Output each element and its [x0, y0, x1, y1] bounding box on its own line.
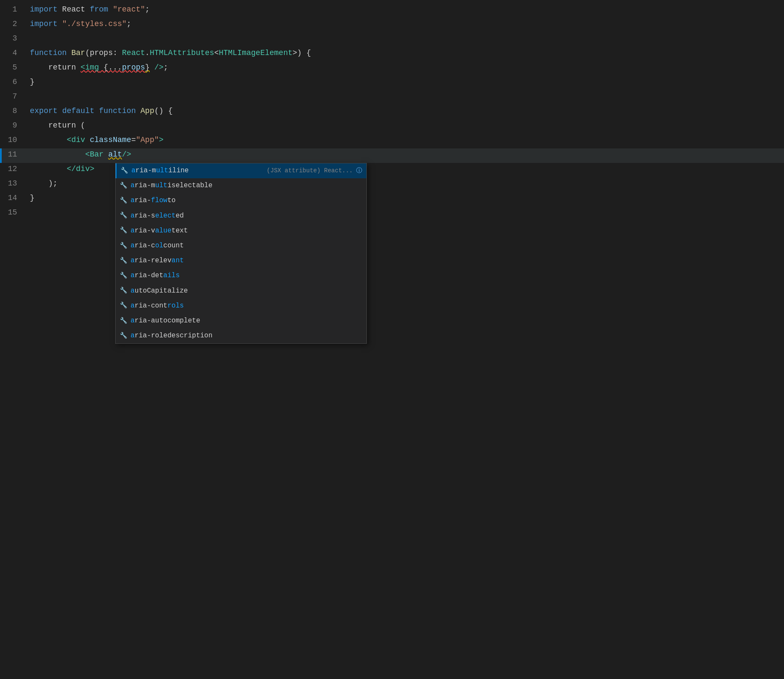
code-line-4: 4 function Bar(props: React.HTMLAttribut…: [0, 47, 784, 61]
autocomplete-dropdown[interactable]: 🔧 aria-multiline (JSX attribute) React..…: [115, 163, 367, 344]
code-line-6: 6 }: [0, 76, 784, 90]
autocomplete-item-aria-flowto[interactable]: 🔧 aria-flowto: [116, 193, 366, 208]
line-content-2: import "./styles.css";: [26, 18, 784, 30]
autocomplete-type-1: (JSX attribute) React...: [267, 166, 353, 176]
line-content-6: }: [26, 76, 784, 88]
line-content-11: <Bar alt/>: [26, 148, 784, 161]
wrench-icon-5: 🔧: [120, 226, 127, 236]
line-number-1: 1: [0, 3, 26, 16]
code-line-2: 2 import "./styles.css";: [0, 18, 784, 32]
code-line-8: 8 export default function App() {: [0, 105, 784, 119]
autocomplete-item-aria-valuetext[interactable]: 🔧 aria-valuetext: [116, 223, 366, 238]
autocomplete-label-2: aria-multiselectable: [131, 180, 362, 192]
autocomplete-label-7: aria-relevant: [131, 255, 362, 267]
autocomplete-item-aria-roledescription[interactable]: 🔧 aria-roledescription: [116, 328, 366, 343]
wrench-icon-2: 🔧: [120, 181, 127, 191]
autocomplete-label-1: aria-multiline: [131, 165, 263, 177]
line-number-13: 13: [0, 177, 26, 190]
line-number-4: 4: [0, 47, 26, 59]
autocomplete-label-9: autoCapitalize: [131, 285, 362, 297]
line-content-5: return <img {...props} />;: [26, 61, 784, 74]
line-number-5: 5: [0, 61, 26, 74]
active-line-indicator: [0, 148, 2, 163]
autocomplete-item-aria-controls[interactable]: 🔧 aria-controls: [116, 299, 366, 313]
autocomplete-label-4: aria-selected: [131, 210, 362, 222]
code-line-5: 5 return <img {...props} />;: [0, 61, 784, 76]
wrench-icon-12: 🔧: [120, 331, 127, 341]
line-number-14: 14: [0, 192, 26, 204]
code-line-11[interactable]: 11 <Bar alt/> 🔧 aria-multiline (JSX attr…: [0, 148, 784, 163]
line-number-10: 10: [0, 134, 26, 146]
line-content-1: import React from "react";: [26, 3, 784, 16]
autocomplete-item-aria-selected[interactable]: 🔧 aria-selected: [116, 209, 366, 223]
autocomplete-label-10: aria-controls: [131, 300, 362, 312]
wrench-icon-11: 🔧: [120, 316, 127, 326]
line-number-7: 7: [0, 90, 26, 103]
line-number-6: 6: [0, 76, 26, 88]
line-number-2: 2: [0, 18, 26, 30]
autocomplete-item-aria-details[interactable]: 🔧 aria-details: [116, 268, 366, 283]
line-content-8: export default function App() {: [26, 105, 784, 117]
line-number-3: 3: [0, 32, 26, 45]
line-number-11: 11: [0, 148, 26, 161]
autocomplete-item-autocapitalize[interactable]: 🔧 autoCapitalize: [116, 284, 366, 299]
line-content-7: [26, 90, 784, 103]
wrench-icon-1: 🔧: [121, 166, 128, 176]
wrench-icon-7: 🔧: [120, 256, 127, 266]
line-number-9: 9: [0, 119, 26, 132]
line-number-15: 15: [0, 206, 26, 219]
line-number-12: 12: [0, 163, 26, 175]
autocomplete-item-aria-autocomplete[interactable]: 🔧 aria-autocomplete: [116, 313, 366, 328]
wrench-icon-3: 🔧: [120, 196, 127, 206]
autocomplete-label-6: aria-colcount: [131, 240, 362, 252]
line-content-3: [26, 32, 784, 45]
code-line-1: 1 import React from "react";: [0, 3, 784, 18]
autocomplete-item-aria-relevant[interactable]: 🔧 aria-relevant: [116, 253, 366, 268]
wrench-icon-10: 🔧: [120, 301, 127, 311]
line-content-4: function Bar(props: React.HTMLAttributes…: [26, 47, 784, 59]
code-line-3: 3: [0, 32, 784, 47]
code-editor[interactable]: 1 import React from "react"; 2 import ".…: [0, 0, 784, 679]
autocomplete-item-aria-multiline[interactable]: 🔧 aria-multiline (JSX attribute) React..…: [116, 163, 366, 178]
autocomplete-label-8: aria-details: [131, 270, 362, 281]
wrench-icon-6: 🔧: [120, 241, 127, 251]
autocomplete-label-5: aria-valuetext: [131, 225, 362, 237]
autocomplete-item-aria-colcount[interactable]: 🔧 aria-colcount: [116, 238, 366, 253]
code-line-7: 7: [0, 90, 784, 105]
code-line-10: 10 <div className="App">: [0, 134, 784, 148]
autocomplete-label-3: aria-flowto: [131, 195, 362, 206]
line-content-9: return (: [26, 119, 784, 132]
line-number-8: 8: [0, 105, 26, 117]
wrench-icon-8: 🔧: [120, 271, 127, 281]
autocomplete-item-aria-multiselectable[interactable]: 🔧 aria-multiselectable: [116, 178, 366, 193]
autocomplete-label-12: aria-roledescription: [131, 330, 362, 342]
wrench-icon-9: 🔧: [120, 286, 127, 296]
wrench-icon-4: 🔧: [120, 211, 127, 221]
autocomplete-label-11: aria-autocomplete: [131, 315, 362, 327]
line-content-10: <div className="App">: [26, 134, 784, 146]
code-line-9: 9 return (: [0, 119, 784, 134]
info-icon-1[interactable]: ⓘ: [356, 166, 362, 176]
